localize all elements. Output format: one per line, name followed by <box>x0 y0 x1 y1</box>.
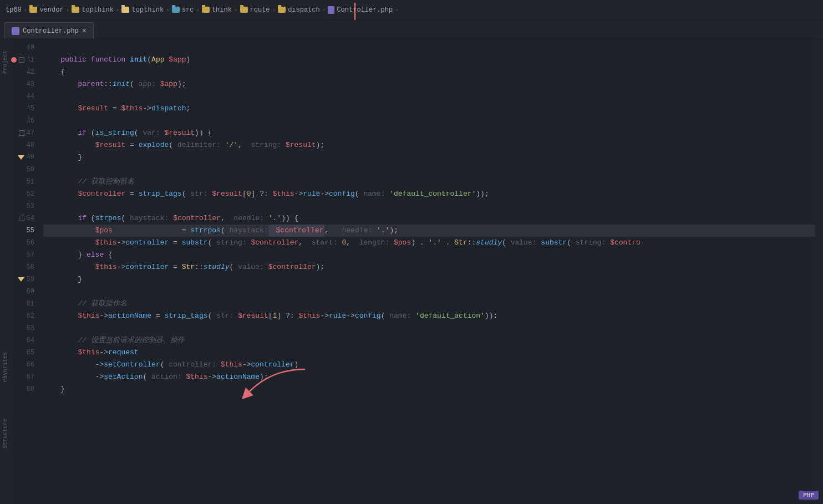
gutter-62: 62 <box>10 310 34 322</box>
controller-file-icon <box>328 6 334 14</box>
breadcrumb-controller[interactable]: Controller.php <box>337 6 393 14</box>
code-line-45: $result = $this->dispatch; <box>43 103 815 115</box>
breadcrumb-dispatch[interactable]: dispatch <box>288 6 320 14</box>
gutter-45: 45 <box>10 103 34 115</box>
think-folder-icon <box>202 7 210 13</box>
gutter-55: 55 <box>10 225 34 237</box>
gutter-42: 42 <box>10 66 34 78</box>
gutter-48: 48 <box>10 139 34 151</box>
code-line-41: public function init(App $app) <box>43 54 815 66</box>
tab-close-button[interactable]: × <box>82 27 87 35</box>
code-line-68: } <box>43 383 815 395</box>
gutter-61: 61 <box>10 298 34 310</box>
sep2: › <box>66 7 70 13</box>
line-number-gutter: 40 − 41 42 43 44 45 46 − 47 48 49 50 51 … <box>10 39 39 504</box>
code-line-42: { <box>43 66 815 78</box>
breadcrumb-route[interactable]: route <box>250 6 270 14</box>
code-line-44 <box>43 90 815 103</box>
gutter-53: 53 <box>10 200 34 212</box>
sep5: › <box>196 7 200 13</box>
code-line-40 <box>43 42 815 54</box>
bookmark-59 <box>18 277 24 282</box>
gutter-64: 64 <box>10 334 34 347</box>
sep3: › <box>116 7 120 13</box>
code-line-67: ->setAction( action: $this->actionName); <box>43 371 815 383</box>
code-line-46 <box>43 115 815 127</box>
framework-folder-icon <box>121 7 129 13</box>
sep9: › <box>395 7 399 13</box>
tab-label: Controller.php <box>23 27 79 35</box>
gutter-46: 46 <box>10 115 34 127</box>
gutter-59: 59 <box>10 273 34 286</box>
gutter-56: 56 <box>10 237 34 249</box>
bookmark-49 <box>18 155 24 160</box>
code-line-53 <box>43 200 815 212</box>
code-line-57: } else { <box>43 249 815 261</box>
gutter-54: − 54 <box>10 212 34 225</box>
code-line-55: $pos = strrpos( haystack: $controller, n… <box>43 225 815 237</box>
gutter-57: 57 <box>10 249 34 261</box>
gutter-50: 50 <box>10 164 34 176</box>
vendor-folder-icon <box>29 7 37 13</box>
code-line-63 <box>43 322 815 334</box>
breadcrumb-topthink[interactable]: topthink <box>82 6 114 14</box>
code-line-64: // 设置当前请求的控制器、操作 <box>43 334 815 347</box>
gutter-43: 43 <box>10 78 34 90</box>
gutter-52: 52 <box>10 188 34 200</box>
sep1: › <box>24 7 28 13</box>
controller-tab[interactable]: Controller.php × <box>4 22 94 39</box>
code-line-66: ->setController( controller: $this->cont… <box>43 359 815 371</box>
breadcrumb-bar: tp60 › vendor › topthink › topthink › sr… <box>0 0 823 20</box>
gutter-68: 68 <box>10 383 34 395</box>
fold-47[interactable]: − <box>19 130 24 136</box>
right-scrollbar[interactable] <box>815 39 823 504</box>
code-line-59: } <box>43 273 815 286</box>
gutter-40: 40 <box>10 42 34 54</box>
gutter-51: 51 <box>10 176 34 188</box>
breadcrumb-src[interactable]: src <box>182 6 194 14</box>
tab-bar: Controller.php × <box>0 20 823 39</box>
breadcrumb-vendor[interactable]: vendor <box>39 6 63 14</box>
breadcrumb-think[interactable]: think <box>212 6 232 14</box>
sep6: › <box>234 7 238 13</box>
structure-label: Structure <box>2 419 8 449</box>
tab-php-icon <box>12 27 19 35</box>
dispatch-folder-icon <box>278 7 286 13</box>
gutter-49: 49 <box>10 151 34 164</box>
topthink-folder-icon <box>72 7 79 13</box>
main-container: Project Favorites Structure 40 − 41 42 4… <box>0 39 823 504</box>
route-folder-icon <box>240 7 248 13</box>
code-line-47: if (is_string( var: $result)) { <box>43 127 815 139</box>
code-line-49: } <box>43 151 815 164</box>
breadcrumb-framework[interactable]: topthink <box>131 6 164 14</box>
gutter-63: 63 <box>10 322 34 334</box>
code-line-48: $result = explode( delimiter: '/', strin… <box>43 139 815 151</box>
fold-41[interactable]: − <box>19 57 24 63</box>
code-line-51: // 获取控制器名 <box>43 176 815 188</box>
code-line-65: $this->request <box>43 347 815 359</box>
sep7: › <box>272 7 276 13</box>
code-line-56: $this->controller = substr( string: $con… <box>43 237 815 249</box>
sep4: › <box>166 7 170 13</box>
code-line-58: $this->controller = Str::studly( value: … <box>43 261 815 273</box>
code-line-62: $this->actionName = strip_tags( str: $re… <box>43 310 815 322</box>
breadcrumb-tp60[interactable]: tp60 <box>6 6 22 14</box>
favorites-label: Favorites <box>2 352 8 382</box>
gutter-60: 60 <box>10 286 34 298</box>
breakpoint-41[interactable] <box>11 57 17 63</box>
left-sidebar: Project Favorites Structure <box>0 39 10 504</box>
php-badge: PHP <box>799 491 819 500</box>
gutter-67: 67 <box>10 371 34 383</box>
code-line-50 <box>43 164 815 176</box>
code-line-43: parent::init( app: $app); <box>43 78 815 90</box>
code-line-52: $controller = strip_tags( str: $result[0… <box>43 188 815 200</box>
gutter-41: − 41 <box>10 54 34 66</box>
gutter-65: 65 <box>10 347 34 359</box>
code-editor[interactable]: public function init(App $app) { parent:… <box>39 39 815 504</box>
fold-54[interactable]: − <box>19 216 24 221</box>
gutter-58: 58 <box>10 261 34 273</box>
sep8: › <box>322 7 326 13</box>
gutter-47: − 47 <box>10 127 34 139</box>
src-folder-icon <box>172 7 180 13</box>
project-label: Project <box>2 50 8 74</box>
